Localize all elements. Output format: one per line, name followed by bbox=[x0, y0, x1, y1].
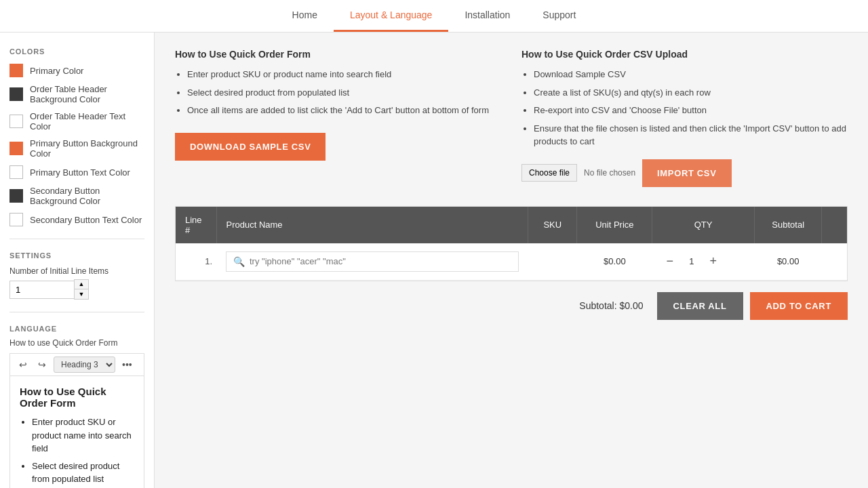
th-line: Line # bbox=[176, 207, 216, 243]
color-swatch-secondary-btn-bg bbox=[9, 189, 23, 203]
unit-price-cell: $0.00 bbox=[577, 243, 652, 281]
language-section: LANGUAGE How to use Quick Order Form ↩ ↪… bbox=[9, 325, 144, 488]
spinner-up[interactable]: ▲ bbox=[75, 280, 88, 289]
import-csv-button[interactable]: IMPORT CSV bbox=[642, 159, 731, 187]
order-table: Line # Product Name SKU Unit Price QTY S… bbox=[176, 207, 847, 281]
sidebar: COLORS Primary Color Order Table Header … bbox=[0, 33, 155, 488]
color-swatch-header-bg bbox=[9, 87, 23, 101]
color-secondary-btn-bg[interactable]: Secondary Button Background Color bbox=[9, 186, 144, 206]
qty-controls: − 1 + bbox=[662, 253, 745, 270]
order-table-wrap: Line # Product Name SKU Unit Price QTY S… bbox=[175, 206, 848, 281]
csv-item-4: Ensure that the file chosen is listed an… bbox=[534, 122, 848, 148]
qty-cell: − 1 + bbox=[652, 243, 755, 281]
csv-item-3: Re-export into CSV and 'Choose File' but… bbox=[534, 104, 848, 117]
quick-order-item-1: Enter product SKU or product name into s… bbox=[187, 68, 501, 81]
table-row: 1. 🔍 $0.00 − 1 bbox=[176, 243, 847, 281]
settings-section: SETTINGS Number of Initial Line Items ▲ … bbox=[9, 251, 144, 300]
top-nav: Home Layout & Language Installation Supp… bbox=[0, 0, 868, 33]
color-primary-btn-text[interactable]: Primary Button Text Color bbox=[9, 165, 144, 179]
table-footer: Subtotal: $0.00 CLEAR ALL ADD TO CART bbox=[175, 292, 848, 320]
main-layout: COLORS Primary Color Order Table Header … bbox=[0, 33, 868, 488]
color-label-primary: Primary Color bbox=[30, 66, 83, 76]
th-actions bbox=[822, 207, 847, 243]
redo-button[interactable]: ↪ bbox=[35, 357, 50, 372]
main-content: How to Use Quick Order Form Enter produc… bbox=[155, 33, 868, 488]
settings-label: SETTINGS bbox=[9, 251, 144, 260]
color-swatch-header-text bbox=[9, 115, 23, 128]
no-file-text: No file chosen bbox=[584, 168, 635, 178]
table-body: 1. 🔍 $0.00 − 1 bbox=[176, 243, 847, 281]
line-items-wrap: ▲ ▼ bbox=[9, 279, 144, 300]
color-swatch-secondary-btn-text bbox=[9, 213, 23, 226]
color-label-secondary-btn-bg: Secondary Button Background Color bbox=[30, 186, 144, 206]
editor-heading: How to Use Quick Order Form bbox=[20, 386, 134, 409]
csv-upload-info: How to Use Quick Order CSV Upload Downlo… bbox=[521, 49, 848, 187]
product-search-cell: 🔍 bbox=[216, 243, 528, 281]
qty-increase-button[interactable]: + bbox=[705, 253, 722, 270]
th-product: Product Name bbox=[216, 207, 528, 243]
subtotal-cell: $0.00 bbox=[754, 243, 822, 281]
add-to-cart-button[interactable]: ADD TO CART bbox=[750, 292, 848, 320]
row-actions bbox=[822, 243, 847, 281]
heading-select[interactable]: Heading 3 Heading 1 Heading 2 Paragraph bbox=[54, 357, 115, 373]
divider-2 bbox=[9, 312, 144, 312]
more-options-button[interactable]: ••• bbox=[119, 358, 135, 371]
how-to-grid: How to Use Quick Order Form Enter produc… bbox=[175, 49, 848, 187]
editor-list-item-1: Enter product SKU or product name into s… bbox=[32, 415, 134, 455]
nav-layout-language[interactable]: Layout & Language bbox=[334, 0, 448, 32]
color-primary[interactable]: Primary Color bbox=[9, 64, 144, 77]
download-csv-button[interactable]: DOWNLOAD SAMPLE CSV bbox=[175, 133, 326, 161]
undo-button[interactable]: ↩ bbox=[16, 357, 31, 372]
line-items-label: Number of Initial Line Items bbox=[9, 266, 144, 276]
language-label: LANGUAGE bbox=[9, 325, 144, 333]
nav-home[interactable]: Home bbox=[276, 0, 334, 32]
clear-all-button[interactable]: CLEAR ALL bbox=[657, 292, 743, 320]
csv-item-2: Create a list of SKU(s) and qty(s) in ea… bbox=[534, 86, 848, 100]
csv-upload-title: How to Use Quick Order CSV Upload bbox=[521, 49, 848, 60]
color-swatch-primary bbox=[9, 64, 23, 77]
editor-list-item-2: Select desired product from populated li… bbox=[32, 460, 134, 486]
choose-file-button[interactable]: Choose file bbox=[521, 164, 577, 182]
color-header-text[interactable]: Order Table Header Text Color bbox=[9, 111, 144, 131]
color-label-header-text: Order Table Header Text Color bbox=[30, 111, 144, 131]
editor-list: Enter product SKU or product name into s… bbox=[20, 415, 134, 488]
quick-order-title: How to Use Quick Order Form bbox=[175, 49, 501, 60]
line-items-spinners: ▲ ▼ bbox=[74, 279, 89, 300]
product-search-input[interactable] bbox=[250, 256, 439, 266]
color-label-primary-btn-text: Primary Button Text Color bbox=[30, 167, 130, 178]
search-wrap: 🔍 bbox=[226, 251, 519, 272]
quick-order-list: Enter product SKU or product name into s… bbox=[175, 68, 501, 117]
quick-order-item-3: Once all items are added to list click t… bbox=[187, 104, 501, 117]
quick-order-item-2: Select desired product from populated li… bbox=[187, 86, 501, 100]
nav-support[interactable]: Support bbox=[526, 0, 592, 32]
how-to-label: How to use Quick Order Form bbox=[9, 338, 144, 348]
color-label-primary-btn-bg: Primary Button Background Color bbox=[30, 138, 144, 159]
csv-upload-list: Download Sample CSV Create a list of SKU… bbox=[521, 68, 848, 148]
table-header-row: Line # Product Name SKU Unit Price QTY S… bbox=[176, 207, 847, 243]
search-icon: 🔍 bbox=[233, 256, 245, 267]
sku-cell bbox=[528, 243, 577, 281]
color-secondary-btn-text[interactable]: Secondary Button Text Color bbox=[9, 213, 144, 226]
csv-upload-row: Choose file No file chosen IMPORT CSV bbox=[521, 159, 848, 187]
editor-toolbar: ↩ ↪ Heading 3 Heading 1 Heading 2 Paragr… bbox=[9, 353, 144, 376]
th-unit-price: Unit Price bbox=[577, 207, 652, 243]
qty-decrease-button[interactable]: − bbox=[662, 253, 678, 270]
editor-content: How to Use Quick Order Form Enter produc… bbox=[9, 376, 144, 488]
color-primary-btn-bg[interactable]: Primary Button Background Color bbox=[9, 138, 144, 159]
spinner-down[interactable]: ▼ bbox=[75, 289, 88, 299]
th-sku: SKU bbox=[528, 207, 577, 243]
th-subtotal: Subtotal bbox=[754, 207, 822, 243]
line-number: 1. bbox=[176, 243, 216, 281]
color-header-bg[interactable]: Order Table Header Background Color bbox=[9, 84, 144, 104]
th-qty: QTY bbox=[652, 207, 755, 243]
colors-label: COLORS bbox=[9, 47, 144, 56]
quick-order-info: How to Use Quick Order Form Enter produc… bbox=[175, 49, 501, 187]
csv-item-1: Download Sample CSV bbox=[534, 68, 848, 81]
nav-installation[interactable]: Installation bbox=[448, 0, 526, 32]
subtotal-total: Subtotal: $0.00 bbox=[579, 300, 643, 311]
qty-value: 1 bbox=[684, 256, 700, 266]
divider-1 bbox=[9, 239, 144, 239]
table-header: Line # Product Name SKU Unit Price QTY S… bbox=[176, 207, 847, 243]
color-swatch-primary-btn-bg bbox=[9, 142, 23, 155]
line-items-input[interactable] bbox=[9, 281, 74, 299]
